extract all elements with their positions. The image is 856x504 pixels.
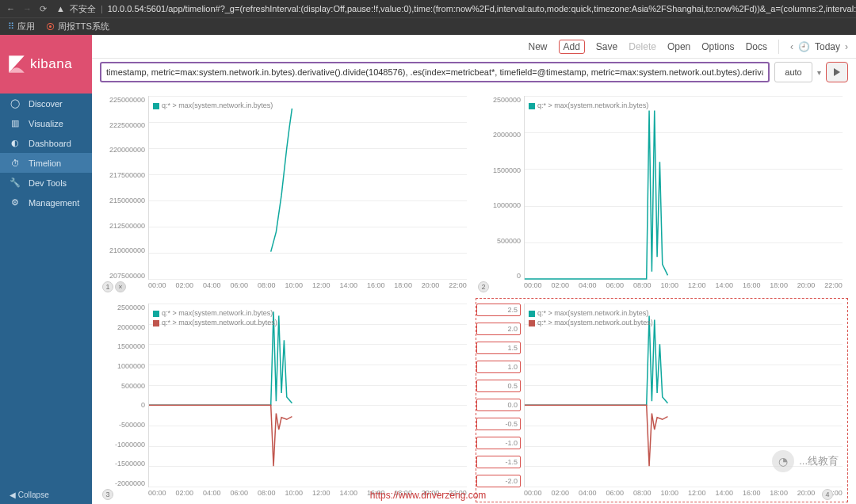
delete-button[interactable]: Delete (629, 41, 656, 52)
wrench-icon: 🔧 (10, 178, 21, 188)
x-axis: 00:0002:0004:0006:0008:0010:0012:0014:00… (524, 281, 843, 292)
y-axis: 2.52.01.51.00.50.0-0.5-1.0-1.5-2.0 (476, 304, 521, 487)
sidebar-item-visualize[interactable]: ▥Visualize (0, 113, 92, 133)
query-row: ▾ (92, 59, 856, 86)
x-axis: 00:0002:0004:0006:0008:0010:0012:0014:00… (148, 281, 467, 292)
wechat-icon: ◔ (772, 450, 794, 472)
panel-close-icon[interactable]: × (115, 281, 126, 292)
warning-icon: ▲ (56, 4, 65, 13)
chart-legend: q:* > max(system.network.in.bytes) q:* >… (529, 308, 653, 327)
compass-icon: ◯ (10, 98, 21, 109)
chevron-down-icon[interactable]: ▾ (817, 68, 821, 77)
docs-button[interactable]: Docs (746, 41, 767, 52)
panel-number: 3 (102, 489, 113, 500)
chart-legend: q:* > max(system.network.in.bytes) (529, 101, 648, 110)
panel-number: 4 (822, 489, 833, 500)
x-axis: 00:0002:0004:0006:0008:0010:0012:0014:00… (524, 489, 843, 500)
chart-panel-1[interactable]: 2250000002225000002200000002175000002150… (100, 90, 472, 295)
timelion-expression-input[interactable] (100, 62, 770, 82)
clock-icon: ⏱ (10, 158, 21, 168)
open-button[interactable]: Open (667, 41, 690, 52)
new-button[interactable]: New (528, 41, 547, 52)
plot-area (148, 96, 467, 280)
sidebar-item-dashboard[interactable]: ◐Dashboard (0, 133, 92, 153)
chart-panel-2[interactable]: 25000002000000150000010000005000000 q:* … (476, 90, 848, 295)
bookmarks-bar: ⠿应用 ⦿周报TTS系统 (0, 17, 856, 35)
y-axis: 2250000002225000002200000002175000002150… (101, 96, 145, 280)
plot-area (148, 304, 467, 487)
charts-grid: 2250000002225000002200000002175000002150… (92, 86, 856, 504)
gear-icon: ⚙ (10, 197, 21, 208)
watermark: ◔ ...线教育 (772, 450, 839, 472)
panel-number: 2 (478, 281, 489, 292)
interval-select[interactable] (774, 62, 812, 82)
y-axis: 25000002000000150000010000005000000 (476, 96, 521, 280)
chart-legend: q:* > max(system.network.in.bytes) q:* >… (153, 308, 277, 327)
prev-page-icon[interactable]: ‹ (790, 41, 793, 52)
reload-icon[interactable]: ⟳ (40, 4, 47, 14)
chevron-left-icon: ◀ (10, 491, 16, 499)
options-button[interactable]: Options (701, 41, 734, 52)
bar-chart-icon: ▥ (10, 118, 21, 128)
chart-legend: q:* > max(system.network.in.bytes) (153, 101, 273, 110)
panel-number: 1 (102, 281, 113, 292)
url-text[interactable]: 10.0.0.54:5601/app/timelion#?_g=(refresh… (108, 4, 856, 13)
run-button[interactable] (826, 62, 848, 82)
chart-panel-3[interactable]: 25000002000000150000010000005000000-5000… (100, 298, 472, 502)
plot-area (524, 96, 843, 280)
sidebar-item-devtools[interactable]: 🔧Dev Tools (0, 173, 92, 193)
kibana-sidebar: kibana ◯Discover ▥Visualize ◐Dashboard ⏱… (0, 35, 92, 504)
bookmark-apps[interactable]: ⠿应用 (8, 21, 35, 32)
insecure-label: 不安全 (70, 3, 96, 15)
sidebar-item-management[interactable]: ⚙Management (0, 193, 92, 212)
clock-icon: 🕘 (798, 41, 810, 52)
back-icon[interactable]: ← (6, 4, 15, 14)
browser-toolbar: ← → ⟳ ▲ 不安全 | 10.0.0.54:5601/app/timelio… (0, 0, 856, 17)
time-range[interactable]: Today (815, 41, 840, 52)
kibana-logo[interactable]: kibana (0, 35, 92, 94)
next-page-icon[interactable]: › (845, 41, 848, 52)
sidebar-item-timelion[interactable]: ⏱Timelion (0, 153, 92, 173)
forward-icon[interactable]: → (23, 4, 32, 14)
timelion-toolbar: New Add Save Delete Open Options Docs ‹ … (92, 35, 856, 59)
footer-link[interactable]: https://www.driverzeng.com (370, 490, 487, 501)
save-button[interactable]: Save (596, 41, 617, 52)
gauge-icon: ◐ (10, 138, 21, 148)
main-content: New Add Save Delete Open Options Docs ‹ … (92, 35, 856, 504)
sidebar-item-discover[interactable]: ◯Discover (0, 94, 92, 113)
play-icon (833, 68, 841, 76)
add-button[interactable]: Add (559, 40, 585, 54)
bookmark-tts[interactable]: ⦿周报TTS系统 (46, 21, 109, 32)
y-axis: 25000002000000150000010000005000000-5000… (101, 304, 145, 487)
sidebar-collapse[interactable]: ◀ Collapse (0, 485, 92, 504)
